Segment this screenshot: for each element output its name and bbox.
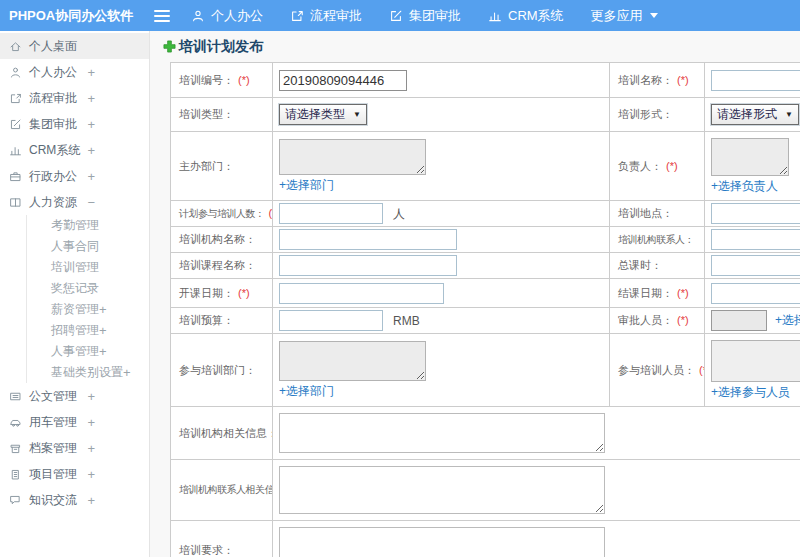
nav-label: CRM系统 — [508, 7, 564, 25]
sidebar-item-vehicle-mgmt[interactable]: 用车管理 + — [0, 409, 149, 435]
training-number-input[interactable] — [279, 70, 407, 91]
training-require-textarea[interactable] — [279, 527, 605, 557]
chevron-down-icon — [650, 13, 658, 18]
flow-icon — [9, 92, 22, 105]
sidebar-item-hr[interactable]: 人力资源 − — [0, 189, 149, 215]
nav-label: 更多应用 — [591, 7, 643, 25]
sidebar-item-personal-desktop[interactable]: 个人桌面 — [0, 33, 149, 59]
sidebar-item-flow-approval[interactable]: 流程审批 + — [0, 85, 149, 111]
app-logo: PHPOA协同办公软件 — [0, 7, 150, 25]
sidebar-submenu-hr: 考勤管理 人事合同 培训管理 奖惩记录 薪资管理 + 招聘管理 + 人事管理 +… — [26, 215, 149, 383]
training-name-input[interactable] — [711, 70, 800, 91]
sidebar-item-knowledge[interactable]: 知识交流 + — [0, 487, 149, 513]
location-label: 培训地点： — [618, 207, 673, 219]
org-contact-input[interactable] — [711, 229, 800, 250]
briefcase-icon — [9, 170, 22, 183]
total-hours-input[interactable] — [711, 255, 800, 276]
select-dept-link[interactable]: +选择部门 — [279, 177, 603, 194]
archive-icon — [9, 442, 22, 455]
hamburger-menu-icon[interactable] — [154, 10, 170, 22]
sidebar-item-document-mgmt[interactable]: 公文管理 + — [0, 383, 149, 409]
org-contact-info-textarea[interactable] — [279, 466, 605, 514]
name-label: 培训名称： — [618, 74, 673, 86]
nav-label: 个人办公 — [211, 7, 263, 25]
training-mode-select[interactable]: 请选择形式 — [711, 104, 799, 125]
host-dept-label: 主办部门： — [179, 160, 234, 172]
sidebar-item-recruit-mgmt[interactable]: 招聘管理 + — [27, 320, 149, 341]
course-name-input[interactable] — [279, 255, 457, 276]
leader-label: 负责人： — [618, 160, 662, 172]
training-plan-form: 培训编号：(*) 培训名称：(*) 培训类型： 请选择类型 培训形式： 请选择形… — [170, 62, 800, 557]
chart-icon — [488, 9, 502, 23]
select-approver-link[interactable]: +选择审批人员 — [775, 313, 800, 327]
approver-label: 审批人员： — [618, 314, 673, 326]
nav-group-approval[interactable]: 集团审批 — [389, 7, 461, 25]
book-icon — [9, 196, 22, 209]
budget-input[interactable] — [279, 310, 383, 331]
org-name-input[interactable] — [279, 229, 457, 250]
edit-icon — [9, 118, 22, 131]
budget-label: 培训预算： — [179, 314, 234, 326]
sidebar: 个人桌面 个人办公 + 流程审批 + 集团审批 + CRM系统 + 行政办公 +… — [0, 31, 150, 557]
number-label: 培训编号： — [179, 74, 234, 86]
host-dept-area[interactable] — [279, 139, 426, 175]
select-dept-link2[interactable]: +选择部门 — [279, 383, 603, 400]
start-date-input[interactable] — [279, 283, 444, 304]
approver-input[interactable] — [711, 310, 767, 331]
chat-icon — [9, 494, 22, 507]
budget-unit: RMB — [393, 314, 420, 328]
user-icon — [9, 66, 22, 79]
join-dept-area[interactable] — [279, 341, 426, 381]
nav-more-apps[interactable]: 更多应用 — [591, 7, 658, 25]
select-leader-link[interactable]: +选择负责人 — [711, 178, 800, 195]
sidebar-item-crm[interactable]: CRM系统 + — [0, 137, 149, 163]
hours-label: 总课时： — [618, 259, 662, 271]
clipboard-icon — [9, 468, 22, 481]
nav-crm-system[interactable]: CRM系统 — [488, 7, 564, 25]
join-people-area[interactable] — [711, 340, 800, 382]
sidebar-item-archive-mgmt[interactable]: 档案管理 + — [0, 435, 149, 461]
count-label: 计划参与培训人数： — [179, 208, 265, 219]
org-info-label: 培训机构相关信息： — [179, 427, 273, 439]
flow-icon — [290, 9, 304, 23]
doc-icon — [9, 390, 22, 403]
mode-label: 培训形式： — [618, 108, 673, 120]
sidebar-item-attendance[interactable]: 考勤管理 — [27, 215, 149, 236]
leader-area[interactable] — [711, 138, 789, 176]
nav-label: 流程审批 — [310, 7, 362, 25]
sidebar-item-project-mgmt[interactable]: 项目管理 + — [0, 461, 149, 487]
page-header: 培训计划发布 — [150, 31, 800, 62]
top-bar: PHPOA协同办公软件 个人办公 流程审批 集团审批 CRM系统 更多应用 — [0, 0, 800, 31]
sidebar-item-personal-office[interactable]: 个人办公 + — [0, 59, 149, 85]
org-name-label: 培训机构名称： — [179, 233, 256, 245]
add-plus-icon — [163, 40, 176, 53]
sidebar-item-admin-office[interactable]: 行政办公 + — [0, 163, 149, 189]
org-contact-info-label: 培训机构联系人相关信息： — [179, 484, 273, 495]
sidebar-item-reward-record[interactable]: 奖惩记录 — [27, 278, 149, 299]
org-info-textarea[interactable] — [279, 413, 605, 453]
sidebar-item-base-category[interactable]: 基础类别设置 + — [27, 362, 149, 383]
car-icon — [9, 416, 22, 429]
end-date-input[interactable] — [711, 283, 800, 304]
sidebar-item-personnel-mgmt[interactable]: 人事管理 + — [27, 341, 149, 362]
org-contact-label: 培训机构联系人： — [618, 234, 694, 245]
training-require-label: 培训要求： — [179, 544, 234, 556]
training-type-select[interactable]: 请选择类型 — [279, 104, 367, 125]
sidebar-item-hr-contract[interactable]: 人事合同 — [27, 236, 149, 257]
nav-flow-approval[interactable]: 流程审批 — [290, 7, 362, 25]
location-input[interactable] — [711, 203, 800, 224]
page-title: 培训计划发布 — [179, 38, 263, 56]
type-label: 培训类型： — [179, 108, 234, 120]
count-unit: 人 — [393, 207, 405, 221]
main-content: 培训计划发布 培训编号：(*) 培训名称：(*) 培训类型： 请选择类型 培训形… — [150, 31, 800, 557]
edit-icon — [389, 9, 403, 23]
select-people-link[interactable]: +选择参与人员 — [711, 384, 800, 401]
sidebar-item-salary-mgmt[interactable]: 薪资管理 + — [27, 299, 149, 320]
sidebar-item-group-approval[interactable]: 集团审批 + — [0, 111, 149, 137]
sidebar-item-training-mgmt[interactable]: 培训管理 — [27, 257, 149, 278]
planned-count-input[interactable] — [279, 203, 383, 224]
nav-personal-office[interactable]: 个人办公 — [191, 7, 263, 25]
nav-label: 集团审批 — [409, 7, 461, 25]
chart-icon — [9, 144, 22, 157]
start-date-label: 开课日期： — [179, 287, 234, 299]
